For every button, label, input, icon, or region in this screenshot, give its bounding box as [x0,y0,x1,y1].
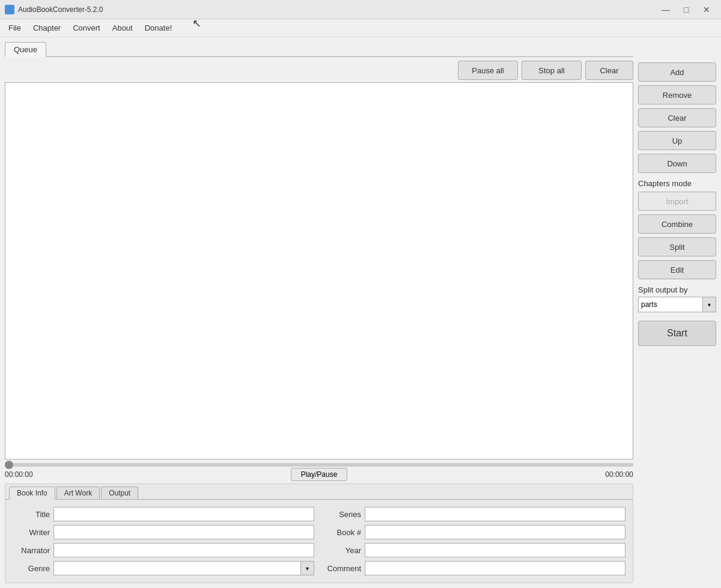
comment-label: Comment [324,564,361,573]
playback-bar: 00:00:00 Play/Pause 00:00:00 [5,459,633,483]
writer-label: Writer [13,528,50,537]
genre-select-arrow[interactable]: ▾ [301,561,314,575]
field-group-right: Series Book # Year Comment [324,507,625,575]
book-info-content: Title Writer Narrator Genre [5,505,633,578]
book-num-label: Book # [324,528,361,537]
comment-input[interactable] [365,561,625,575]
writer-row: Writer [13,525,314,539]
start-button[interactable]: Start [638,321,716,346]
split-select-wrapper: parts chapters none ▾ [638,297,716,312]
split-output-section: Split output by parts chapters none ▾ [638,285,716,312]
series-row: Series [324,507,625,521]
minimize-button[interactable]: — [656,2,675,17]
tab-book-info[interactable]: Book Info [9,486,55,500]
right-panel: Add Remove Clear Up Down Chapters mode I… [638,42,716,583]
titlebar-title: AudioBookConverter-5.2.0 [18,5,656,14]
down-button[interactable]: Down [638,154,716,173]
genre-row: Genre ▾ [13,561,314,575]
pause-all-button[interactable]: Pause all [458,61,518,80]
add-button[interactable]: Add [638,62,716,82]
series-label: Series [324,510,361,519]
queue-tab-header: Queue [5,42,633,57]
field-group-left: Title Writer Narrator Genre [13,507,314,575]
title-input[interactable] [53,507,314,521]
remove-button[interactable]: Remove [638,85,716,105]
genre-select[interactable] [53,561,301,575]
time-left: 00:00:00 [5,470,33,479]
main-content: Queue Pause all Stop all Clear 00:00:00 … [0,37,721,588]
comment-row: Comment [324,561,625,575]
book-num-input[interactable] [365,525,625,539]
split-select-arrow-icon[interactable]: ▾ [703,297,716,312]
menu-convert[interactable]: Convert [67,21,106,35]
genre-select-wrapper: ▾ [53,561,314,575]
menu-file[interactable]: File [2,21,27,35]
title-row: Title [13,507,314,521]
narrator-row: Narrator [13,543,314,557]
year-row: Year [324,543,625,557]
narrator-label: Narrator [13,546,50,555]
year-input[interactable] [365,543,625,557]
titlebar-controls: — □ ✕ [656,2,716,17]
queue-section: Queue Pause all Stop all Clear [5,42,633,459]
up-button[interactable]: Up [638,131,716,150]
split-output-label: Split output by [638,285,687,294]
genre-label: Genre [13,564,50,573]
left-panel: Queue Pause all Stop all Clear 00:00:00 … [5,42,633,583]
split-button[interactable]: Split [638,237,716,256]
playback-slider-row [5,463,633,467]
clear-queue-button[interactable]: Clear [585,61,633,80]
narrator-input[interactable] [53,543,314,557]
bottom-panel: Book Info Art Work Output Title Writer [5,483,633,583]
menu-about[interactable]: About [106,21,139,35]
titlebar: AudioBookConverter-5.2.0 — □ ✕ [0,0,721,19]
tab-queue[interactable]: Queue [5,42,46,57]
stop-all-button[interactable]: Stop all [522,61,582,80]
title-label: Title [13,510,50,519]
close-button[interactable]: ✕ [697,2,716,17]
tab-art-work[interactable]: Art Work [56,486,100,499]
book-num-row: Book # [324,525,625,539]
menu-donate[interactable]: Donate! [139,21,178,35]
writer-input[interactable] [53,525,314,539]
app-icon [5,5,14,14]
year-label: Year [324,546,361,555]
split-select[interactable]: parts chapters none [638,297,703,312]
playback-time-row: 00:00:00 Play/Pause 00:00:00 [5,468,633,481]
chapters-mode-label: Chapters mode [638,179,716,188]
edit-button[interactable]: Edit [638,260,716,279]
play-pause-button[interactable]: Play/Pause [291,468,348,481]
menu-chapter[interactable]: Chapter [27,21,67,35]
series-input[interactable] [365,507,625,521]
queue-list [5,82,633,459]
combine-button[interactable]: Combine [638,214,716,234]
maximize-button[interactable]: □ [677,2,696,17]
import-button[interactable]: Import [638,192,716,211]
time-right: 00:00:00 [605,470,633,479]
queue-controls: Pause all Stop all Clear [5,57,633,82]
clear-button[interactable]: Clear [638,108,716,127]
menubar: File Chapter Convert About Donate! [0,19,721,37]
playback-slider[interactable] [5,463,633,467]
tab-output[interactable]: Output [101,486,138,499]
bottom-tab-header: Book Info Art Work Output [5,484,633,500]
